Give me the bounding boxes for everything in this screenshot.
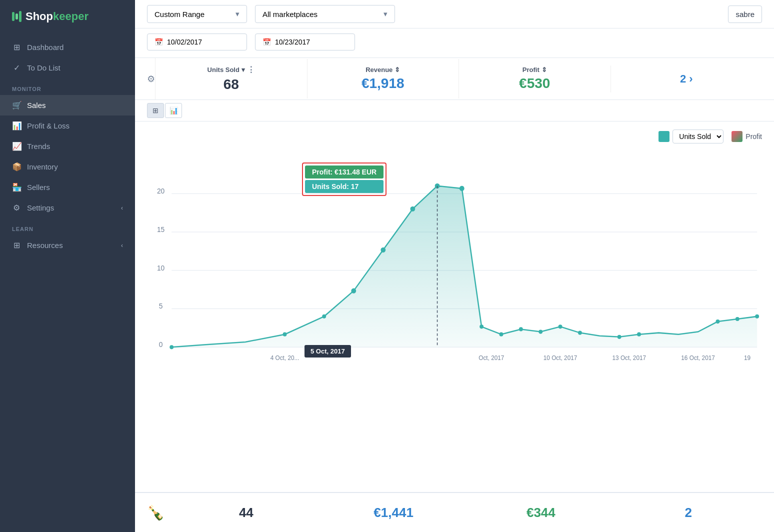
date-row: 📅 10/02/2017 📅 10/23/2017 <box>135 28 774 58</box>
profit-loss-icon: 📊 <box>12 121 21 130</box>
settings-chevron-icon: ‹ <box>121 204 123 212</box>
stats-col-profit: Profit ⇕ €530 <box>458 59 610 98</box>
marketplace-select[interactable]: All marketplaces ▾ <box>255 5 395 23</box>
monitor-section-label: MONITOR <box>0 78 135 95</box>
sidebar: Shopkeeper ⊞ Dashboard ✓ To Do List MONI… <box>0 0 135 532</box>
chart-svg: 0 5 10 15 20 <box>147 148 762 362</box>
stats-col-more: 2 › <box>610 66 762 92</box>
profit-legend-label: Profit <box>746 132 762 140</box>
sidebar-item-label: To Do List <box>27 64 60 72</box>
resources-icon: ⊞ <box>12 240 21 250</box>
bottom-revenue-value: €1,441 <box>320 505 468 520</box>
todo-icon: ✓ <box>12 63 21 72</box>
profit-sort-icon[interactable]: ⇕ <box>542 66 547 74</box>
svg-text:19: 19 <box>744 354 750 362</box>
legend-profit: Profit <box>732 131 762 142</box>
svg-text:20: 20 <box>157 187 164 195</box>
stats-col-units: Units Sold ▾ ⋮ 68 <box>155 58 307 100</box>
svg-text:10: 10 <box>157 264 164 272</box>
grid-view-button[interactable]: ⊞ <box>147 103 164 118</box>
revenue-label: Revenue ⇕ <box>308 66 459 74</box>
sidebar-item-label: Profit & Loss <box>27 122 70 130</box>
sidebar-item-settings[interactable]: ⚙ Settings ‹ <box>0 198 135 218</box>
data-point <box>380 248 386 252</box>
range-select-label: Custom Range <box>154 10 204 18</box>
profit-label: Profit ⇕ <box>459 66 610 74</box>
units-sold-legend-select[interactable]: Units Sold <box>672 130 724 144</box>
units-more-icon[interactable]: ⋮ <box>247 65 255 74</box>
data-point <box>736 317 740 321</box>
data-point <box>637 332 641 336</box>
units-sort-icon[interactable]: ▾ <box>242 66 245 74</box>
inventory-icon: 📦 <box>12 162 21 172</box>
sidebar-item-dashboard[interactable]: ⊞ Dashboard <box>0 37 135 58</box>
marketplace-chevron-icon: ▾ <box>384 10 388 18</box>
units-sold-value: 68 <box>156 76 307 92</box>
profit-value: €530 <box>459 76 610 92</box>
data-point <box>716 320 720 324</box>
data-point <box>351 288 356 294</box>
sidebar-item-inventory[interactable]: 📦 Inventory <box>0 156 135 177</box>
settings-icon: ⚙ <box>12 203 21 212</box>
sidebar-item-label: Dashboard <box>27 43 64 52</box>
data-point <box>410 206 415 212</box>
start-calendar-icon: 📅 <box>154 38 163 46</box>
sidebar-item-trends[interactable]: 📈 Trends <box>0 136 135 156</box>
more-columns-indicator[interactable]: 2 › <box>611 72 762 86</box>
topbar: Custom Range ▾ All marketplaces ▾ sabre <box>135 0 774 28</box>
end-date-value: 10/23/2017 <box>275 38 310 46</box>
svg-text:4 Oct, 20...: 4 Oct, 20... <box>270 354 300 362</box>
svg-text:5 Oct, 2017: 5 Oct, 2017 <box>348 354 378 362</box>
product-icon: 🍾 <box>147 504 172 521</box>
data-point <box>283 332 287 336</box>
svg-text:16 Oct, 2017: 16 Oct, 2017 <box>681 354 715 362</box>
start-date-value: 10/02/2017 <box>167 38 202 46</box>
chart-legend: Units Sold Profit <box>147 130 762 144</box>
sidebar-item-resources[interactable]: ⊞ Resources ‹ <box>0 235 135 256</box>
sidebar-item-sales[interactable]: 🛒 Sales <box>0 95 135 116</box>
stats-header: ⚙ Units Sold ▾ ⋮ 68 Revenue ⇕ €1,918 Pro… <box>135 58 774 100</box>
units-sold-label: Units Sold ▾ ⋮ <box>156 65 307 74</box>
svg-text:13 Oct, 2017: 13 Oct, 2017 <box>612 354 646 362</box>
dashboard-icon: ⊞ <box>12 42 21 52</box>
sidebar-item-label: Sales <box>27 101 46 110</box>
sidebar-item-label: Resources <box>27 241 63 250</box>
sidebar-item-label: Trends <box>27 142 50 150</box>
user-label: sabre <box>728 6 762 23</box>
data-point <box>519 327 523 331</box>
start-date-input[interactable]: 📅 10/02/2017 <box>147 34 247 50</box>
sidebar-item-profit-loss[interactable]: 📊 Profit & Loss <box>0 116 135 136</box>
chart-toolbar: ⊞ 📊 <box>135 100 774 122</box>
data-point <box>500 332 504 336</box>
svg-text:10 Oct, 2017: 10 Oct, 2017 <box>544 354 578 362</box>
data-point <box>618 335 622 339</box>
logo-icon <box>12 11 22 22</box>
chart-view-button[interactable]: 📊 <box>165 103 182 118</box>
trends-icon: 📈 <box>12 142 21 151</box>
data-point <box>480 324 484 328</box>
resources-chevron-icon: ‹ <box>121 242 123 249</box>
bottom-units-value: 44 <box>172 505 320 520</box>
data-point <box>322 314 326 318</box>
revenue-sort-icon[interactable]: ⇕ <box>394 66 400 74</box>
sidebar-item-label: Settings <box>27 204 54 212</box>
sidebar-item-sellers[interactable]: 🏪 Sellers <box>0 177 135 198</box>
range-select[interactable]: Custom Range ▾ <box>147 5 247 23</box>
logo-area: Shopkeeper <box>0 0 135 33</box>
data-point <box>170 345 174 349</box>
svg-text:5: 5 <box>159 302 163 310</box>
chart-svg-wrapper: 0 5 10 15 20 <box>147 148 762 362</box>
data-point <box>558 324 562 328</box>
bottom-more-value: 2 <box>614 505 762 520</box>
end-date-input[interactable]: 📅 10/23/2017 <box>255 34 355 50</box>
data-point <box>460 186 464 191</box>
data-point <box>538 330 542 334</box>
sidebar-item-label: Inventory <box>27 162 58 171</box>
svg-text:15: 15 <box>157 226 164 234</box>
sidebar-item-todo[interactable]: ✓ To Do List <box>0 58 135 78</box>
sales-icon: 🛒 <box>12 100 21 110</box>
svg-text:Oct, 2017: Oct, 2017 <box>478 354 504 362</box>
stats-gear-button[interactable]: ⚙ <box>147 66 155 92</box>
units-sold-legend-color <box>658 131 670 142</box>
sidebar-nav: ⊞ Dashboard ✓ To Do List MONITOR 🛒 Sales… <box>0 33 135 532</box>
